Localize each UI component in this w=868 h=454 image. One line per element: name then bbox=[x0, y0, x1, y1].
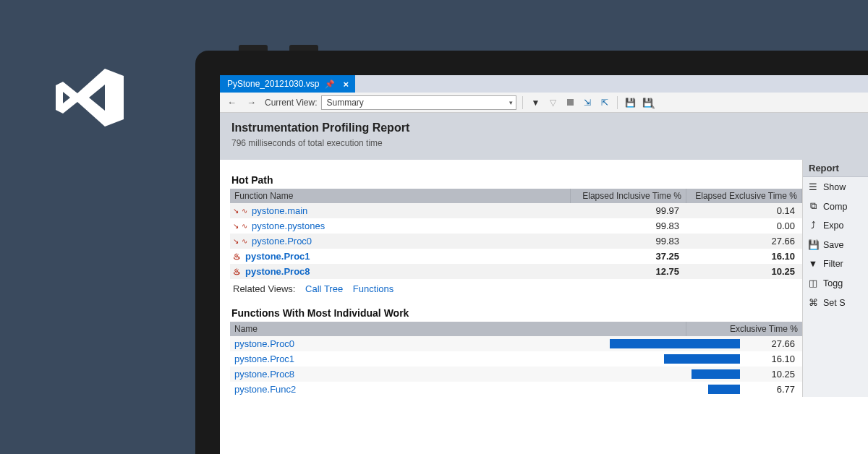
tab-title: PyStone_20121030.vsp bbox=[227, 79, 319, 89]
side-action[interactable]: ⤴Expo bbox=[803, 216, 868, 235]
flame-icon: ∿ bbox=[242, 222, 247, 230]
exclusive-time-value: 16.10 bbox=[744, 351, 802, 367]
flame-icon: ∿ bbox=[242, 237, 247, 245]
individual-title: Functions With Most Individual Work bbox=[230, 307, 802, 319]
side-action[interactable]: 💾Save bbox=[803, 235, 868, 254]
report-side-panel: Report ☰Show⧉Comp⤴Expo💾Save▼Filter◫Togg⌘… bbox=[802, 160, 868, 397]
side-action[interactable]: ⧉Comp bbox=[803, 197, 868, 216]
col-name[interactable]: Name bbox=[230, 322, 686, 336]
noise-reduction-alt-icon[interactable]: ⇱ bbox=[598, 96, 611, 109]
stop-icon[interactable] bbox=[563, 96, 576, 109]
function-link[interactable]: pystone.Proc8 bbox=[230, 367, 368, 382]
inclusive-time-value: 99.83 bbox=[571, 218, 686, 234]
hotpath-row[interactable]: ↘∿pystone.Proc099.8327.66 bbox=[230, 234, 802, 249]
save-icon[interactable]: 💾 bbox=[624, 96, 637, 109]
flame-icon: ∿ bbox=[242, 207, 247, 215]
hotpath-rows: ↘∿pystone.main99.970.14↘∿pystone.pystone… bbox=[230, 203, 802, 279]
hotpath-row[interactable]: ↘∿pystone.pystones99.830.00 bbox=[230, 218, 802, 234]
close-icon[interactable]: × bbox=[341, 79, 351, 90]
related-views: Related Views: Call Tree Functions bbox=[230, 279, 802, 307]
related-link-functions[interactable]: Functions bbox=[353, 283, 393, 294]
col-exclusive-time[interactable]: Elapsed Exclusive Time % bbox=[686, 189, 802, 203]
exclusive-time-value: 10.25 bbox=[686, 264, 802, 279]
side-action-label: Show bbox=[823, 182, 846, 192]
hotpath-title: Hot Path bbox=[230, 174, 802, 186]
side-action-label: Comp bbox=[823, 202, 847, 212]
device-nub bbox=[239, 45, 268, 51]
individual-row[interactable]: pystone.Proc116.10 bbox=[230, 351, 802, 367]
inclusive-time-value: 37.25 bbox=[571, 249, 686, 264]
exclusive-time-bar bbox=[368, 385, 744, 394]
function-link[interactable]: pystone.Proc1 bbox=[245, 251, 310, 262]
side-action[interactable]: ◫Togg bbox=[803, 273, 868, 293]
col-exclusive-time[interactable]: Exclusive Time % bbox=[686, 322, 802, 336]
document-tab-active[interactable]: PyStone_20121030.vsp 📌 × bbox=[220, 75, 355, 93]
report-subtitle: 796 milliseconds of total execution time bbox=[231, 138, 859, 148]
flame-icon: ♨ bbox=[233, 267, 241, 277]
device-nub bbox=[289, 45, 318, 51]
function-link[interactable]: pystone.main bbox=[252, 205, 307, 216]
exclusive-time-bar bbox=[368, 354, 744, 364]
profiler-toolbar: ← → Current View: Summary ▾ ▼ ▽ ⇲ ⇱ 💾 💾✎ bbox=[220, 93, 868, 113]
current-view-dropdown[interactable]: Summary ▾ bbox=[321, 95, 516, 110]
current-view-label: Current View: bbox=[265, 98, 317, 108]
hotpath-header-row: Function Name Elapsed Inclusive Time % E… bbox=[230, 189, 802, 203]
side-panel-title: Report bbox=[803, 160, 868, 177]
nav-back-icon[interactable]: ← bbox=[224, 97, 239, 108]
side-action[interactable]: ⌘Set S bbox=[803, 293, 868, 312]
toggle-icon: ◫ bbox=[808, 278, 818, 288]
clear-filter-icon[interactable]: ▽ bbox=[546, 96, 559, 109]
hotpath-row[interactable]: ♨pystone.Proc812.7510.25 bbox=[230, 264, 802, 279]
side-action-label: Save bbox=[823, 240, 844, 250]
exclusive-time-value: 10.25 bbox=[744, 367, 802, 382]
individual-row[interactable]: pystone.Proc027.66 bbox=[230, 336, 802, 351]
function-link[interactable]: pystone.Proc0 bbox=[230, 336, 368, 351]
report-main: Hot Path Function Name Elapsed Inclusive… bbox=[220, 160, 802, 397]
hotpath-row[interactable]: ♨pystone.Proc137.2516.10 bbox=[230, 249, 802, 264]
exclusive-time-value: 27.66 bbox=[686, 234, 802, 249]
filter-icon[interactable]: ▼ bbox=[529, 96, 542, 109]
col-inclusive-time[interactable]: Elapsed Inclusive Time % bbox=[571, 189, 686, 203]
function-link[interactable]: pystone.Proc1 bbox=[230, 351, 368, 367]
individual-row[interactable]: pystone.Proc810.25 bbox=[230, 367, 802, 382]
side-action-label: Togg bbox=[823, 278, 843, 288]
exclusive-time-value: 27.66 bbox=[744, 336, 802, 351]
exclusive-time-bar bbox=[368, 369, 744, 379]
exclusive-time-bar bbox=[368, 339, 744, 348]
side-action[interactable]: ▼Filter bbox=[803, 254, 868, 273]
app-window: PyStone_20121030.vsp 📌 × ← → Current Vie… bbox=[220, 75, 868, 454]
exclusive-time-value: 0.00 bbox=[686, 218, 802, 234]
report-header: Instrumentation Profiling Report 796 mil… bbox=[220, 113, 868, 160]
function-link[interactable]: pystone.Func2 bbox=[230, 382, 368, 397]
flame-icon: ♨ bbox=[233, 252, 241, 262]
hotpath-arrow-icon: ↘ bbox=[233, 237, 239, 245]
function-link[interactable]: pystone.pystones bbox=[252, 220, 325, 231]
side-action-label: Filter bbox=[823, 259, 843, 269]
save-icon: 💾 bbox=[808, 239, 818, 250]
document-tabbar: PyStone_20121030.vsp 📌 × bbox=[220, 75, 868, 93]
side-action[interactable]: ☰Show bbox=[803, 177, 868, 197]
individual-rows: pystone.Proc027.66pystone.Proc116.10pyst… bbox=[230, 336, 802, 397]
related-link-calltree[interactable]: Call Tree bbox=[305, 283, 343, 294]
col-function-name[interactable]: Function Name bbox=[230, 189, 571, 203]
visual-studio-logo bbox=[53, 69, 125, 127]
side-action-label: Set S bbox=[823, 298, 846, 308]
individual-row[interactable]: pystone.Func26.77 bbox=[230, 382, 802, 397]
pin-icon[interactable]: 📌 bbox=[325, 80, 335, 89]
symbol-icon: ⌘ bbox=[808, 297, 818, 308]
noise-reduction-icon[interactable]: ⇲ bbox=[581, 96, 594, 109]
list-icon: ☰ bbox=[808, 181, 818, 192]
hotpath-row[interactable]: ↘∿pystone.main99.970.14 bbox=[230, 203, 802, 218]
function-link[interactable]: pystone.Proc8 bbox=[245, 266, 310, 277]
export-icon: ⤴ bbox=[808, 220, 818, 231]
function-link[interactable]: pystone.Proc0 bbox=[252, 236, 312, 247]
nav-forward-icon[interactable]: → bbox=[244, 97, 259, 108]
compare-icon: ⧉ bbox=[808, 201, 818, 212]
filter-icon: ▼ bbox=[808, 259, 818, 269]
save-as-icon[interactable]: 💾✎ bbox=[641, 96, 654, 109]
exclusive-time-value: 0.14 bbox=[686, 203, 802, 218]
toolbar-separator bbox=[617, 96, 618, 109]
inclusive-time-value: 99.83 bbox=[571, 234, 686, 249]
hotpath-arrow-icon: ↘ bbox=[233, 207, 239, 215]
hotpath-arrow-icon: ↘ bbox=[233, 222, 239, 230]
